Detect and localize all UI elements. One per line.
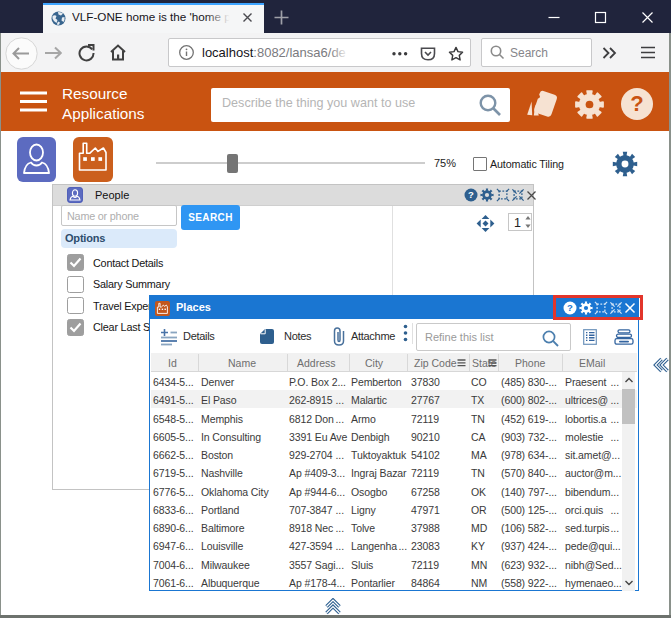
svg-text:?: ?: [468, 189, 474, 200]
